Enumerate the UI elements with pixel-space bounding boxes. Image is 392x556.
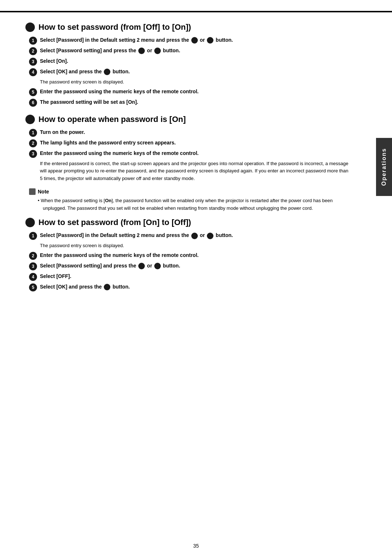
- s3-step1: 1 Select [Password] in the Default setti…: [25, 232, 351, 240]
- note-box: Note • When the password setting is [On]…: [29, 188, 351, 212]
- section1-header: How to set password (from [Off] to [On]): [25, 23, 351, 32]
- right-icon-4: [154, 263, 161, 269]
- enter-icon-6: [104, 284, 110, 290]
- s2-step2-text: The lamp lights and the password entry s…: [40, 139, 176, 147]
- enter-icon-1: [191, 37, 198, 44]
- s1-step4-sub: The password entry screen is displayed.: [25, 78, 351, 86]
- s1-step3-number: 3: [29, 58, 37, 66]
- side-tab-label: Operations: [381, 148, 387, 186]
- s1-step4-number: 4: [29, 68, 37, 76]
- s1-step1-number: 1: [29, 37, 37, 45]
- s1-step4: 4 Select [OK] and press the button.: [25, 68, 351, 76]
- s2-step2: 2 The lamp lights and the password entry…: [25, 139, 351, 147]
- s3-step5-number: 5: [29, 283, 37, 291]
- s3-step3: 3 Select [Password setting] and press th…: [25, 262, 351, 270]
- s1-step3-text: Select [On].: [40, 57, 68, 65]
- s3-step1-text: Select [Password] in the Default setting…: [40, 232, 233, 239]
- s1-step2-number: 2: [29, 47, 37, 55]
- s3-step2: 2 Enter the password using the numeric k…: [25, 252, 351, 260]
- page-number: 35: [193, 543, 199, 549]
- right-icon-2: [154, 48, 161, 54]
- section1-bullet-icon: [25, 23, 35, 32]
- section3-bullet-icon: [25, 218, 35, 227]
- s1-step5: 5 Enter the password using the numeric k…: [25, 88, 351, 96]
- s1-step3: 3 Select [On].: [25, 57, 351, 66]
- section1-title: How to set password (from [Off] to [On]): [38, 23, 191, 32]
- s3-step4-text: Select [OFF].: [40, 273, 71, 280]
- s1-step4-text: Select [OK] and press the button.: [40, 68, 130, 75]
- right-icon-1: [207, 37, 213, 44]
- enter-icon-3: [104, 69, 110, 75]
- s3-step3-number: 3: [29, 262, 37, 270]
- s1-step6-text: The password setting will be set as [On]…: [40, 98, 138, 106]
- note-header: Note: [29, 188, 351, 195]
- s3-step2-text: Enter the password using the numeric key…: [40, 252, 199, 259]
- s3-step2-number: 2: [29, 252, 37, 260]
- s2-step1-text: Turn on the power.: [40, 128, 85, 136]
- section2-bullet-icon: [25, 115, 35, 124]
- s2-step3-text: Enter the password using the numeric key…: [40, 150, 199, 157]
- s2-step1: 1 Turn on the power.: [25, 128, 351, 137]
- note-icon: [29, 188, 36, 195]
- s1-step5-number: 5: [29, 88, 37, 96]
- enter-icon-2: [138, 48, 145, 54]
- s2-step2-number: 2: [29, 139, 37, 147]
- s3-step1-number: 1: [29, 232, 37, 240]
- s3-step5-text: Select [OK] and press the button.: [40, 283, 130, 291]
- s1-step5-text: Enter the password using the numeric key…: [40, 88, 199, 95]
- s3-step4-number: 4: [29, 273, 37, 281]
- enter-icon-4: [191, 233, 198, 239]
- s1-step1: 1 Select [Password] in the Default setti…: [25, 36, 351, 45]
- section3-header: How to set password (from [On] to [Off]): [25, 218, 351, 227]
- s2-step1-number: 1: [29, 129, 37, 137]
- s3-step5: 5 Select [OK] and press the button.: [25, 283, 351, 291]
- content-area: How to set password (from [Off] to [On])…: [0, 23, 376, 291]
- top-border: [0, 11, 392, 12]
- s2-step3-body: If the entered password is correct, the …: [25, 160, 351, 183]
- s2-step3-number: 3: [29, 150, 37, 158]
- s1-step6-number: 6: [29, 99, 37, 107]
- s1-step1-text: Select [Password] in the Default setting…: [40, 36, 233, 44]
- page-container: Operations How to set password (from [Of…: [0, 0, 392, 556]
- section3-title: How to set password (from [On] to [Off]): [38, 218, 191, 227]
- note-content: • When the password setting is [On], the…: [29, 197, 351, 212]
- side-tab: Operations: [376, 138, 392, 196]
- s1-step2: 2 Select [Password setting] and press th…: [25, 47, 351, 55]
- note-title: Note: [38, 189, 49, 195]
- enter-icon-5: [138, 263, 145, 269]
- s1-step6: 6 The password setting will be set as [O…: [25, 98, 351, 107]
- section2-title: How to operate when password is [On]: [38, 115, 186, 124]
- s3-step1-sub: The password entry screen is displayed.: [25, 242, 351, 249]
- s3-step3-text: Select [Password setting] and press the …: [40, 262, 180, 270]
- note-bullet-1: • When the password setting is [On], the…: [38, 197, 351, 212]
- s3-step4: 4 Select [OFF].: [25, 273, 351, 281]
- s2-step3: 3 Enter the password using the numeric k…: [25, 150, 351, 158]
- right-icon-3: [207, 233, 213, 239]
- section2-header: How to operate when password is [On]: [25, 115, 351, 124]
- s1-step2-text: Select [Password setting] and press the …: [40, 47, 180, 54]
